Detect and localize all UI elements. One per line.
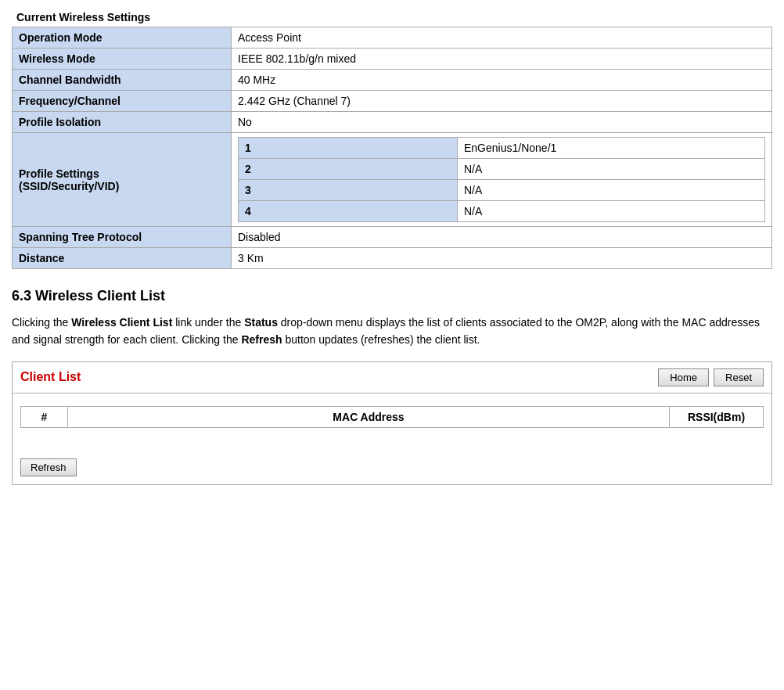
table-row: Distance3 Km bbox=[13, 248, 772, 269]
row-value: 3 Km bbox=[232, 248, 772, 269]
row-value: No bbox=[232, 112, 772, 133]
table-row: Frequency/Channel2.442 GHz (Channel 7) bbox=[13, 91, 772, 112]
profile-num: 1 bbox=[239, 138, 458, 159]
row-label: Operation Mode bbox=[13, 27, 232, 49]
client-list-header: Client List Home Reset bbox=[13, 362, 771, 394]
client-list-buttons: Home Reset bbox=[658, 368, 764, 386]
row-value: 40 MHz bbox=[232, 70, 772, 91]
desc-link1: Wireless Client List bbox=[71, 316, 172, 329]
col-header-mac: MAC Address bbox=[68, 406, 670, 427]
profile-value: N/A bbox=[458, 201, 765, 222]
section-heading: 6.3 Wireless Client List bbox=[12, 288, 772, 304]
table-row: Profile IsolationNo bbox=[13, 112, 772, 133]
row-label: Profile Settings(SSID/Security/VID) bbox=[13, 133, 232, 227]
settings-section: Current Wireless Settings Operation Mode… bbox=[12, 8, 772, 269]
desc-link2: Status bbox=[244, 316, 278, 329]
description-text: Clicking the Wireless Client List link u… bbox=[12, 314, 772, 349]
row-label: Frequency/Channel bbox=[13, 91, 232, 112]
table-row: Operation ModeAccess Point bbox=[13, 27, 772, 49]
desc-part4: button updates (refreshes) the client li… bbox=[282, 333, 480, 346]
table-row: Channel Bandwidth40 MHz bbox=[13, 70, 772, 91]
refresh-button[interactable]: Refresh bbox=[20, 458, 77, 476]
profile-value: N/A bbox=[458, 159, 765, 180]
col-header-num: # bbox=[21, 406, 68, 427]
client-data-table: # MAC Address RSSI(dBm) bbox=[20, 406, 764, 451]
row-value: 1EnGenius1/None/12N/A3N/A4N/A bbox=[232, 133, 772, 227]
table-row: Spanning Tree ProtocolDisabled bbox=[13, 227, 772, 248]
col-header-rssi: RSSI(dBm) bbox=[670, 406, 764, 427]
empty-row bbox=[21, 427, 764, 451]
row-value: IEEE 802.11b/g/n mixed bbox=[232, 49, 772, 70]
row-value: Disabled bbox=[232, 227, 772, 248]
desc-link3: Refresh bbox=[241, 333, 282, 346]
row-value: Access Point bbox=[232, 27, 772, 49]
profile-num: 4 bbox=[239, 201, 458, 222]
row-label: Profile Isolation bbox=[13, 112, 232, 133]
row-value: 2.442 GHz (Channel 7) bbox=[232, 91, 772, 112]
table-row: Wireless ModeIEEE 802.11b/g/n mixed bbox=[13, 49, 772, 70]
client-list-title: Client List bbox=[20, 370, 81, 384]
client-list-body: # MAC Address RSSI(dBm) Refresh bbox=[13, 394, 771, 485]
profile-num: 2 bbox=[239, 159, 458, 180]
reset-button[interactable]: Reset bbox=[714, 368, 764, 386]
desc-part2: link under the bbox=[172, 316, 244, 329]
row-label: Spanning Tree Protocol bbox=[13, 227, 232, 248]
profile-value: EnGenius1/None/1 bbox=[458, 138, 765, 159]
row-label: Distance bbox=[13, 248, 232, 269]
desc-part1: Clicking the bbox=[12, 316, 71, 329]
profile-value: N/A bbox=[458, 180, 765, 201]
row-label: Channel Bandwidth bbox=[13, 70, 232, 91]
settings-table: Operation ModeAccess PointWireless ModeI… bbox=[12, 27, 772, 269]
table-header-row: # MAC Address RSSI(dBm) bbox=[21, 406, 764, 427]
section-title: Current Wireless Settings bbox=[12, 8, 772, 27]
row-label: Wireless Mode bbox=[13, 49, 232, 70]
table-row: Profile Settings(SSID/Security/VID)1EnGe… bbox=[13, 133, 772, 227]
profile-num: 3 bbox=[239, 180, 458, 201]
client-list-box: Client List Home Reset # MAC Address RSS… bbox=[12, 361, 772, 486]
home-button[interactable]: Home bbox=[658, 368, 709, 386]
